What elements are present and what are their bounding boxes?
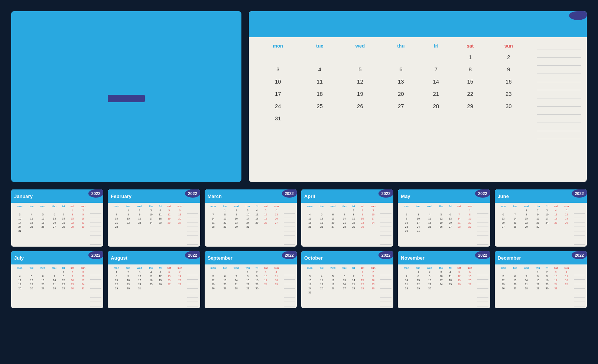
mini-note-line xyxy=(90,232,101,236)
mini-day: 25 xyxy=(26,225,36,229)
mini-day: 11 xyxy=(303,217,316,221)
mini-th-fri: fri xyxy=(253,204,261,208)
mini-day: 9 xyxy=(68,274,77,278)
mini-th-fri: fri xyxy=(350,204,357,208)
mini-day: 23 xyxy=(133,221,146,225)
mini-th-fri: fri xyxy=(350,266,357,270)
mini-day: 30 xyxy=(367,286,379,290)
month-row-2: July2022montuewedthufrisatsun12345678910… xyxy=(11,251,587,308)
mini-day: 6 xyxy=(339,274,350,278)
mini-day: 30 xyxy=(253,286,261,290)
mini-day: 23 xyxy=(400,225,413,229)
jan-day: 13 xyxy=(382,75,420,88)
mini-th-mon: mon xyxy=(400,266,413,270)
mini-day xyxy=(146,286,156,290)
mini-day: 5 xyxy=(26,274,36,278)
mini-day: 8 xyxy=(520,212,533,217)
mini-day xyxy=(339,270,350,274)
jan-day: 21 xyxy=(420,88,452,100)
mini-day: 25 xyxy=(551,221,560,225)
mini-day xyxy=(339,290,350,295)
mini-day: 23 xyxy=(123,282,133,286)
mini-day: 26 xyxy=(37,225,49,229)
mini-note-line xyxy=(90,298,101,302)
mini-day: 17 xyxy=(303,282,316,286)
mini-note-line xyxy=(187,210,198,214)
mini-day: 18 xyxy=(156,217,164,221)
mini-day: 23 xyxy=(230,221,243,225)
mini-body: montuewedthufrisatsun1234567891011121314… xyxy=(398,264,490,308)
mini-day: 23 xyxy=(533,221,543,225)
mini-day: 28 xyxy=(454,225,464,229)
mini-day xyxy=(464,286,475,290)
jan-day: 23 xyxy=(488,88,529,100)
mini-day: 24 xyxy=(77,282,89,286)
mini-day: 31 xyxy=(551,286,560,290)
mini-day: 17 xyxy=(436,278,446,282)
mini-day xyxy=(454,208,464,212)
mini-note-line xyxy=(380,280,391,284)
mini-day: 4 xyxy=(156,208,164,212)
mini-day: 23 xyxy=(423,282,436,286)
mini-day: 9 xyxy=(77,212,89,217)
mini-notes-area xyxy=(284,266,295,306)
mini-day: 21 xyxy=(339,221,350,225)
mini-day: 20 xyxy=(497,221,510,225)
top-section: mon tue wed thu fri sat sun 123456789101… xyxy=(11,11,587,182)
mini-th-thu: thu xyxy=(436,266,446,270)
mini-day: 2 xyxy=(533,208,543,212)
mini-th-sat: sat xyxy=(164,266,174,270)
mini-notes-area xyxy=(187,204,198,245)
mini-header: May2022 xyxy=(398,189,490,203)
mini-day: 29 xyxy=(243,286,253,290)
mini-day: 18 xyxy=(446,278,454,282)
mini-day: 15 xyxy=(123,217,133,221)
mini-notes-area xyxy=(477,266,488,306)
mini-th-fri: fri xyxy=(543,266,551,270)
mini-day: 25 xyxy=(446,282,454,286)
mini-th-wed: wed xyxy=(327,204,339,208)
mini-day: 22 xyxy=(464,221,475,225)
mini-day: 22 xyxy=(350,221,357,225)
mini-day xyxy=(110,208,123,212)
mini-body: montuewedthufrisatsun1234567891011121314… xyxy=(495,264,587,308)
mini-day: 11 xyxy=(156,212,164,217)
mini-month-card: July2022montuewedthufrisatsun12345678910… xyxy=(11,251,103,308)
mini-th-mon: mon xyxy=(303,266,316,270)
mini-day: 16 xyxy=(400,221,413,225)
jan-day: 6 xyxy=(382,63,420,75)
mini-day: 2 xyxy=(133,208,146,212)
mini-day: 14 xyxy=(520,278,533,282)
mini-day: 2 xyxy=(123,270,133,274)
mini-th-mon: mon xyxy=(110,266,123,270)
jan-day: 28 xyxy=(420,100,452,112)
mini-header: February2022 xyxy=(108,189,200,203)
mini-note-line xyxy=(380,272,391,275)
mini-day: 1 xyxy=(350,208,357,212)
mini-day: 3 xyxy=(436,270,446,274)
mini-day: 4 xyxy=(561,270,572,274)
mini-day: 1 xyxy=(413,270,423,274)
mini-day xyxy=(37,229,49,233)
mini-day: 21 xyxy=(520,282,533,286)
mini-note-line xyxy=(284,214,295,218)
mini-day: 20 xyxy=(37,282,49,286)
mini-th-wed: wed xyxy=(133,204,146,208)
mini-day xyxy=(316,270,326,274)
jan-day xyxy=(452,112,488,124)
mini-day xyxy=(207,270,220,274)
mini-note-line xyxy=(90,272,101,275)
mini-note-line xyxy=(90,285,101,289)
mini-note-line xyxy=(380,228,391,231)
mini-year-badge: 2022 xyxy=(572,189,586,198)
mini-day: 16 xyxy=(123,278,133,282)
mini-day: 18 xyxy=(423,221,436,225)
mini-header: January2022 xyxy=(11,189,103,203)
mini-day: 27 xyxy=(49,225,59,229)
mini-day: 27 xyxy=(37,286,49,290)
mini-note-line xyxy=(574,272,585,275)
mini-day: 13 xyxy=(510,278,520,282)
mini-day: 29 xyxy=(413,286,423,290)
mini-day xyxy=(454,286,464,290)
mini-th-tue: tue xyxy=(123,266,133,270)
